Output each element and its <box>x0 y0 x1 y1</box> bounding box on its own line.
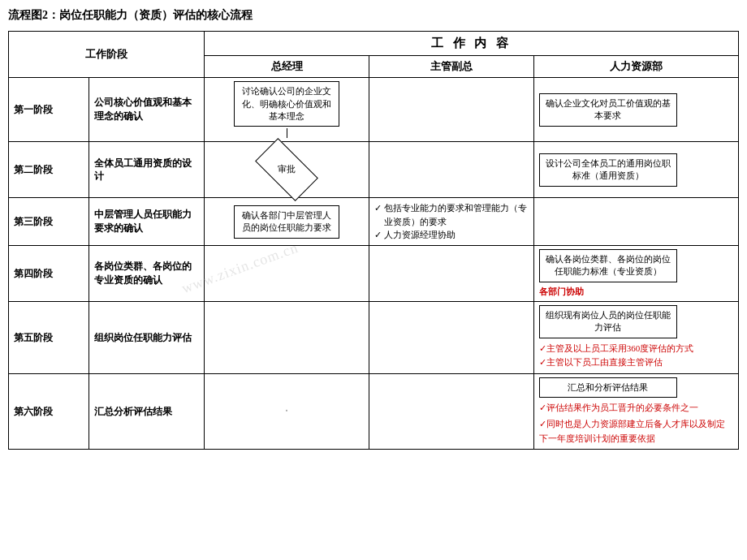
phase-1-hr-box: 确认企业文化对员工价值观的基本要求 <box>539 93 677 127</box>
phase-6-row: 第六阶段 汇总分析评估结果 · 汇总和分析评估结果 ✓评估结果作为员工晋升的必要… <box>9 374 739 450</box>
phase-3-row: 第三阶段 中层管理人员任职能力要求的确认 确认各部门中层管理人员的岗位任职能力要… <box>9 198 739 246</box>
phase-2-approve-label: 审批 <box>278 164 296 176</box>
phase-2-num: 第二阶段 <box>9 142 89 198</box>
phase-6-desc: 汇总分析评估结果 <box>89 374 205 450</box>
phase-1-desc: 公司核心价值观和基本理念的确认 <box>89 78 205 142</box>
phase-1-hr: 确认企业文化对员工价值观的基本要求 <box>533 78 738 142</box>
phase-2-deputy <box>369 142 533 198</box>
phase-1-gm-box: 讨论确认公司的企业文化、明确核心价值观和基本理念 <box>234 81 339 127</box>
phase-5-desc: 组织岗位任职能力评估 <box>89 302 205 374</box>
col-gm-header: 总经理 <box>205 56 369 78</box>
work-content-header: 工 作 内 容 <box>205 32 739 56</box>
phase-3-num: 第三阶段 <box>9 198 89 246</box>
phase-5-hr: 组织现有岗位人员的岗位任职能力评估 ✓主管及以上员工采用360度评估的方式 ✓主… <box>533 302 738 374</box>
page-title: 流程图2：岗位任职能力（资质）评估的核心流程 <box>8 8 739 23</box>
phase-2-hr-box: 设计公司全体员工的通用岗位职标准（通用资质） <box>539 153 677 187</box>
col-deputy-header: 主管副总 <box>369 56 533 78</box>
phase-3-check1: ✓包括专业能力的要求和管理能力（专业资质）的要求 <box>374 201 529 228</box>
phase-6-deputy <box>369 374 533 450</box>
phase-4-desc: 各岗位类群、各岗位的专业资质的确认 <box>89 245 205 301</box>
phase-5-check1: ✓主管及以上员工采用360度评估的方式 <box>539 342 733 356</box>
phase-4-gm <box>205 245 369 301</box>
phase-3-hr <box>533 198 738 246</box>
phase-6-check2: ✓同时也是人力资源部建立后备人才库以及制定下一年度培训计划的重要依据 <box>539 417 733 446</box>
phase-4-hr: 确认各岗位类群、各岗位的岗位任职能力标准（专业资质） 各部门协助 <box>533 245 738 301</box>
phase-4-hr-box: 确认各岗位类群、各岗位的岗位任职能力标准（专业资质） <box>539 249 677 282</box>
phase-5-row: 第五阶段 组织岗位任职能力评估 组织现有岗位人员的岗位任职能力评估 ✓主管及以上… <box>9 302 739 374</box>
phase-6-hr: 汇总和分析评估结果 ✓评估结果作为员工晋升的必要条件之一 ✓同时也是人力资源部建… <box>533 374 738 450</box>
phase-6-hr-checks: ✓评估结果作为员工晋升的必要条件之一 ✓同时也是人力资源部建立后备人才库以及制定… <box>539 401 733 446</box>
phase-5-num: 第五阶段 <box>9 302 89 374</box>
phase-6-gm: · <box>205 374 369 450</box>
col-hr-header: 人力资源部 <box>533 56 738 78</box>
phase-5-hr-checks: ✓主管及以上员工采用360度评估的方式 ✓主管以下员工由直接主管评估 <box>539 342 733 370</box>
phase-2-row: 第二阶段 全体员工通用资质的设计 审批 设计公司全体员工的通用岗位职标准（通用资… <box>9 142 739 198</box>
phase-2-gm: 审批 <box>205 142 369 198</box>
phase-3-desc: 中层管理人员任职能力要求的确认 <box>89 198 205 246</box>
phase-4-hr-red: 各部门协助 <box>539 286 733 298</box>
phase-3-deputy: ✓包括专业能力的要求和管理能力（专业资质）的要求 ✓人力资源经理协助 <box>369 198 533 246</box>
phase-4-row: 第四阶段 各岗位类群、各岗位的专业资质的确认 确认各岗位类群、各岗位的岗位任职能… <box>9 245 739 301</box>
phase-3-deputy-text: ✓包括专业能力的要求和管理能力（专业资质）的要求 ✓人力资源经理协助 <box>374 201 529 242</box>
phase-5-gm <box>205 302 369 374</box>
phase-6-hr-box: 汇总和分析评估结果 <box>539 377 677 398</box>
phase-2-hr: 设计公司全体员工的通用岗位职标准（通用资质） <box>533 142 738 198</box>
phase-6-num: 第六阶段 <box>9 374 89 450</box>
phase-5-deputy <box>369 302 533 374</box>
phase-3-gm-box: 确认各部门中层管理人员的岗位任职能力要求 <box>234 205 339 239</box>
phase-5-check2: ✓主管以下员工由直接主管评估 <box>539 355 733 370</box>
phase-1-num: 第一阶段 <box>9 78 89 142</box>
phase-1-deputy <box>369 78 533 142</box>
phase-1-gm: 讨论确认公司的企业文化、明确核心价值观和基本理念 <box>205 78 369 142</box>
flow-table: 工作阶段 工 作 内 容 总经理 主管副总 人力资源部 第一阶段 公司核心价值观… <box>8 31 739 450</box>
phase-3-gm: 确认各部门中层管理人员的岗位任职能力要求 <box>205 198 369 246</box>
phase-1-row: 第一阶段 公司核心价值观和基本理念的确认 讨论确认公司的企业文化、明确核心价值观… <box>9 78 739 142</box>
phase-header: 工作阶段 <box>9 32 205 78</box>
phase-4-num: 第四阶段 <box>9 245 89 301</box>
phase-4-deputy <box>369 245 533 301</box>
phase-6-check1: ✓评估结果作为员工晋升的必要条件之一 <box>539 401 733 416</box>
phase-5-hr-box: 组织现有岗位人员的岗位任职能力评估 <box>539 305 677 338</box>
phase-2-desc: 全体员工通用资质的设计 <box>89 142 205 198</box>
